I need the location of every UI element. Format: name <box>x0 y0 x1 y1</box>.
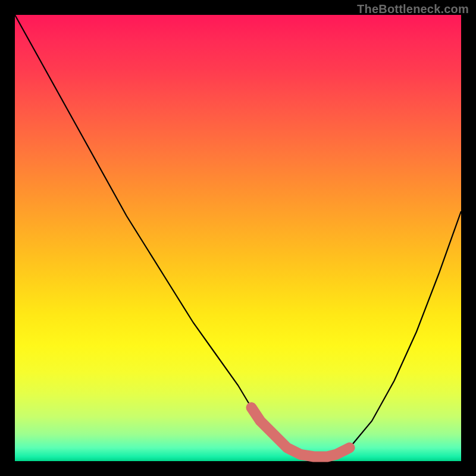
chart-svg <box>15 15 461 461</box>
bottleneck-curve <box>15 15 461 457</box>
optimal-range-marker <box>252 408 350 457</box>
chart-frame: TheBottleneck.com <box>0 0 476 476</box>
watermark-text: TheBottleneck.com <box>357 2 469 16</box>
optimal-range-end-dot <box>345 443 355 453</box>
